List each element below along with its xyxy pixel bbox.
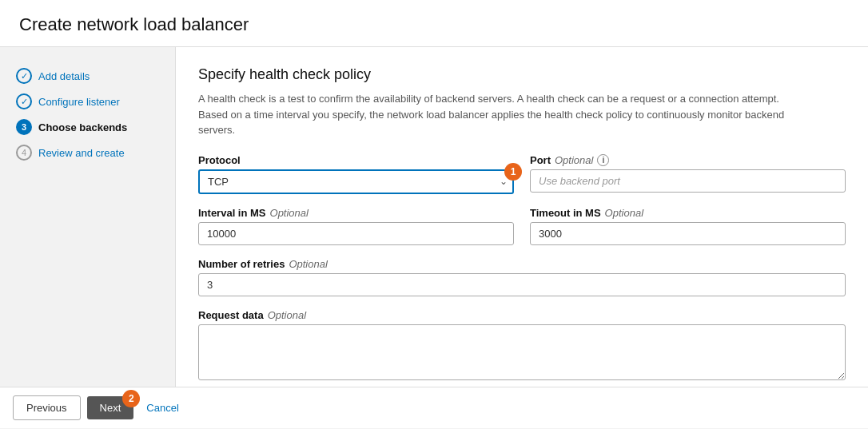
- next-button-wrapper: Next 2: [87, 396, 134, 419]
- base64-note: This will be base64 encoded: [198, 387, 846, 387]
- port-input[interactable]: [530, 169, 846, 193]
- sidebar: ✓ Add details ✓ Configure listener 3 Cho…: [0, 47, 176, 387]
- port-label: Port Optional i: [530, 154, 846, 166]
- step1-icon: ✓: [16, 68, 32, 84]
- request-data-optional: Optional: [268, 309, 306, 321]
- badge-1: 1: [504, 163, 522, 181]
- sidebar-label-choose-backends: Choose backends: [38, 121, 127, 133]
- request-data-textarea[interactable]: [198, 324, 846, 380]
- interval-label: Interval in MS Optional: [198, 207, 514, 219]
- step3-icon: 3: [16, 119, 32, 135]
- timeout-label: Timeout in MS Optional: [530, 207, 846, 219]
- retries-label: Number of retries Optional: [198, 258, 846, 270]
- port-optional: Optional: [555, 154, 593, 166]
- sidebar-link-review-create[interactable]: Review and create: [38, 147, 125, 159]
- section-description: A health check is a test to confirm the …: [198, 91, 806, 138]
- request-data-label: Request data Optional: [198, 309, 846, 321]
- port-group: Port Optional i: [530, 154, 846, 194]
- step4-icon: 4: [16, 145, 32, 161]
- retries-input[interactable]: [198, 273, 846, 296]
- sidebar-link-configure-listener[interactable]: Configure listener: [38, 96, 120, 108]
- sidebar-link-add-details[interactable]: Add details: [38, 70, 90, 82]
- sidebar-item-choose-backends[interactable]: 3 Choose backends: [13, 114, 162, 140]
- protocol-select[interactable]: TCP HTTP HTTPS: [198, 169, 514, 194]
- footer-bar: Previous Next 2 Cancel: [0, 387, 868, 428]
- section-title: Specify health check policy: [198, 66, 846, 83]
- timeout-optional: Optional: [605, 207, 643, 219]
- sidebar-item-add-details[interactable]: ✓ Add details: [13, 63, 162, 89]
- port-info-icon[interactable]: i: [597, 154, 609, 166]
- interval-input[interactable]: [198, 222, 514, 245]
- sidebar-item-review-create[interactable]: 4 Review and create: [13, 140, 162, 165]
- interval-optional: Optional: [270, 207, 309, 219]
- timeout-group: Timeout in MS Optional: [530, 207, 846, 245]
- content-area: Specify health check policy A health che…: [176, 47, 868, 387]
- badge-2: 2: [122, 390, 140, 407]
- cancel-button[interactable]: Cancel: [140, 396, 185, 419]
- page-title: Create network load balancer: [19, 14, 849, 35]
- interval-group: Interval in MS Optional: [198, 207, 514, 245]
- protocol-label: Protocol: [198, 154, 514, 166]
- previous-button[interactable]: Previous: [13, 395, 81, 420]
- retries-optional: Optional: [289, 258, 327, 270]
- retries-group: Number of retries Optional: [198, 258, 846, 296]
- sidebar-item-configure-listener[interactable]: ✓ Configure listener: [13, 89, 162, 114]
- protocol-group: Protocol TCP HTTP HTTPS ⌄ 1: [198, 154, 514, 194]
- step2-icon: ✓: [16, 93, 32, 109]
- request-data-group: Request data Optional This will be base6…: [198, 309, 846, 387]
- timeout-input[interactable]: [530, 222, 846, 245]
